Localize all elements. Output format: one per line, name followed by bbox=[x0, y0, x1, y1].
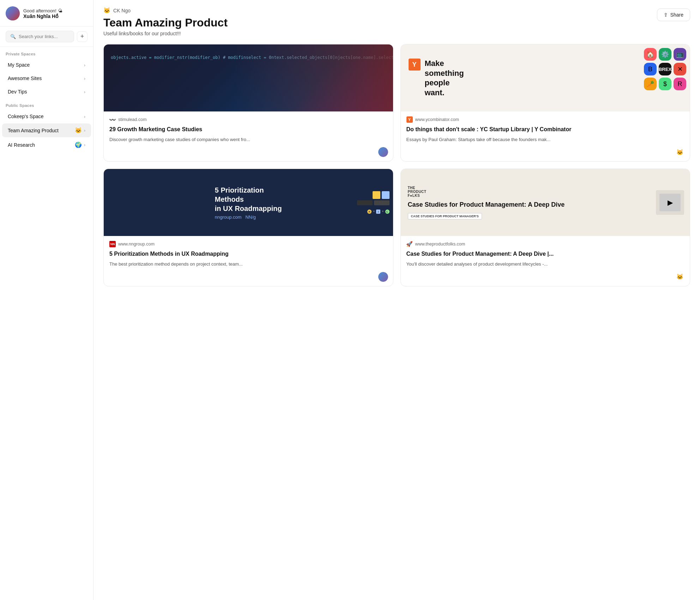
main-header: 🐱 CK Ngo Team Amazing Product Useful lin… bbox=[103, 7, 690, 36]
thumb-figure bbox=[234, 44, 393, 111]
add-button[interactable]: + bbox=[77, 31, 88, 42]
user-info: Good afternoon! 🌤 Xuân Nghĩa Hồ bbox=[23, 8, 62, 19]
cat-avatar: 🐱 bbox=[676, 273, 683, 280]
card-source: 🚀 www.theproductfolks.com bbox=[406, 241, 684, 247]
card-desc: Essays by Paul Graham: Startups take off… bbox=[406, 136, 684, 143]
ux-grid-right: R × I × C bbox=[263, 169, 393, 236]
card-favicon: NN bbox=[109, 241, 116, 247]
nav-label-dev-tips: Dev Tips bbox=[8, 89, 27, 95]
app-icon-6: ✕ bbox=[674, 63, 686, 75]
label-c: C bbox=[385, 210, 390, 214]
search-icon: 🔍 bbox=[10, 34, 16, 39]
card-footer: 🐱 bbox=[401, 147, 690, 161]
card-footer: 🐱 bbox=[401, 272, 690, 286]
chevron-icon: › bbox=[84, 76, 85, 81]
chevron-icon: › bbox=[84, 89, 85, 95]
space-meta-icon: 🐱 bbox=[103, 7, 110, 14]
sidebar-item-awesome-sites[interactable]: Awesome Sites › bbox=[2, 72, 91, 85]
rippl-icon: R bbox=[674, 78, 686, 90]
card-thumbnail: Y Makesomethingpeoplewant. 🏠 ⚙️ 📺 B BREX… bbox=[401, 44, 690, 111]
app-icon-8: $ bbox=[659, 78, 671, 90]
grid-block bbox=[373, 191, 380, 199]
app-icon-4: B bbox=[644, 63, 657, 75]
team-amazing-product-icon: 🐱 bbox=[75, 127, 82, 134]
card-ux-roadmapping[interactable]: 5 PrioritizationMethodsin UX Roadmapping… bbox=[103, 169, 393, 286]
card-avatar bbox=[378, 147, 388, 157]
card-body: Y www.ycombinator.com Do things that don… bbox=[401, 111, 690, 149]
card-desc: The best prioritization method depends o… bbox=[109, 261, 387, 268]
card-favicon: Y bbox=[406, 116, 413, 123]
app-icon-7: 🥕 bbox=[644, 78, 657, 90]
yc-thumb-text: Y Makesomethingpeoplewant. bbox=[409, 59, 464, 97]
card-body: 〰️ stimulead.com 29 Growth Marketing Cas… bbox=[104, 111, 393, 149]
label-i: I bbox=[376, 210, 380, 214]
sidebar-item-cokeeps-space[interactable]: Cokeep's Space › bbox=[2, 110, 91, 123]
twitch-icon: 📺 bbox=[674, 48, 686, 61]
sidebar: Good afternoon! 🌤 Xuân Nghĩa Hồ 🔍 + Priv… bbox=[0, 0, 93, 600]
yc-tagline: Makesomethingpeoplewant. bbox=[425, 59, 464, 97]
chevron-icon: › bbox=[84, 128, 85, 133]
sidebar-item-dev-tips[interactable]: Dev Tips › bbox=[2, 85, 91, 98]
pf-brand: THEPRODUCTF●LKS bbox=[408, 186, 649, 198]
card-title: 29 Growth Marketing Case Studies bbox=[109, 126, 387, 133]
nav-item-left: Team Amazing Product bbox=[8, 128, 59, 133]
brex-icon: BREX bbox=[659, 63, 671, 75]
nav-label-cokeeps-space: Cokeep's Space bbox=[8, 114, 44, 119]
space-meta: 🐱 CK Ngo bbox=[103, 7, 228, 14]
nav-label-ai-research: AI Research bbox=[8, 142, 35, 148]
times-icon-2: × bbox=[382, 210, 384, 214]
space-author: CK Ngo bbox=[113, 8, 131, 13]
yc-logo: Y bbox=[409, 59, 421, 71]
grid-block bbox=[357, 200, 373, 205]
nav-label-my-space: My Space bbox=[8, 62, 30, 68]
card-avatar: 🐱 bbox=[675, 147, 685, 157]
pf-title: Case Studies for Product Management: A D… bbox=[408, 200, 649, 209]
card-title: Case Studies for Product Management: A D… bbox=[406, 250, 684, 258]
card-favicon: 〰️ bbox=[109, 116, 116, 123]
grid-block bbox=[374, 200, 390, 205]
grid-block bbox=[382, 191, 390, 199]
nav-label-team-amazing-product: Team Amazing Product bbox=[8, 128, 59, 133]
sidebar-item-my-space[interactable]: My Space › bbox=[2, 59, 91, 71]
card-yc-startup-library[interactable]: Y Makesomethingpeoplewant. 🏠 ⚙️ 📺 B BREX… bbox=[400, 44, 690, 162]
card-domain: www.ycombinator.com bbox=[415, 117, 459, 122]
nav-label-awesome-sites: Awesome Sites bbox=[8, 75, 42, 81]
card-desc: Discover growth marketing case studies o… bbox=[109, 136, 387, 143]
ai-research-icon: 🌍 bbox=[75, 141, 82, 148]
cat-avatar: 🐱 bbox=[676, 149, 683, 156]
pf-device: ▶ bbox=[656, 190, 684, 215]
chevron-icon: › bbox=[84, 142, 85, 147]
username-text: Xuân Nghĩa Hồ bbox=[23, 13, 62, 19]
card-footer bbox=[104, 147, 393, 161]
sidebar-header: Good afternoon! 🌤 Xuân Nghĩa Hồ bbox=[0, 0, 93, 26]
card-title: Do things that don't scale : YC Startup … bbox=[406, 126, 684, 133]
label-r: R bbox=[367, 210, 372, 214]
card-thumbnail: THEPRODUCTF●LKS Case Studies for Product… bbox=[401, 169, 690, 236]
search-input[interactable] bbox=[19, 34, 70, 39]
share-label: Share bbox=[670, 12, 683, 18]
card-body: 🚀 www.theproductfolks.com Case Studies f… bbox=[401, 236, 690, 273]
sidebar-item-team-amazing-product[interactable]: Team Amazing Product 🐱 › bbox=[2, 123, 91, 137]
card-avatar bbox=[378, 272, 388, 282]
app-icon-2: ⚙️ bbox=[659, 48, 671, 61]
card-favicon: 🚀 bbox=[406, 241, 413, 247]
share-button[interactable]: ⇪ Share bbox=[657, 8, 690, 21]
card-growth-marketing[interactable]: 〰️ stimulead.com 29 Growth Marketing Cas… bbox=[103, 44, 393, 162]
pf-thumb-content: THEPRODUCTF●LKS Case Studies for Product… bbox=[401, 179, 656, 226]
times-icon: × bbox=[373, 210, 375, 214]
search-box[interactable]: 🔍 bbox=[6, 31, 74, 42]
cards-grid: 〰️ stimulead.com 29 Growth Marketing Cas… bbox=[103, 44, 690, 286]
public-spaces-label: Public Spaces bbox=[0, 98, 93, 110]
card-source: 〰️ stimulead.com bbox=[109, 116, 387, 123]
card-source: NN www.nngroup.com bbox=[109, 241, 387, 247]
space-info: 🐱 CK Ngo Team Amazing Product Useful lin… bbox=[103, 7, 228, 36]
card-body: NN www.nngroup.com 5 Prioritization Meth… bbox=[104, 236, 393, 273]
card-thumbnail bbox=[104, 44, 393, 111]
card-footer bbox=[104, 272, 393, 286]
sidebar-item-ai-research[interactable]: AI Research 🌍 › bbox=[2, 138, 91, 152]
main-content: 🐱 CK Ngo Team Amazing Product Useful lin… bbox=[93, 0, 700, 600]
card-avatar: 🐱 bbox=[675, 272, 685, 282]
card-product-case-studies[interactable]: THEPRODUCTF●LKS Case Studies for Product… bbox=[400, 169, 690, 286]
search-row: 🔍 + bbox=[0, 26, 93, 47]
space-desc: Useful links/books for our product!!! bbox=[103, 31, 228, 36]
